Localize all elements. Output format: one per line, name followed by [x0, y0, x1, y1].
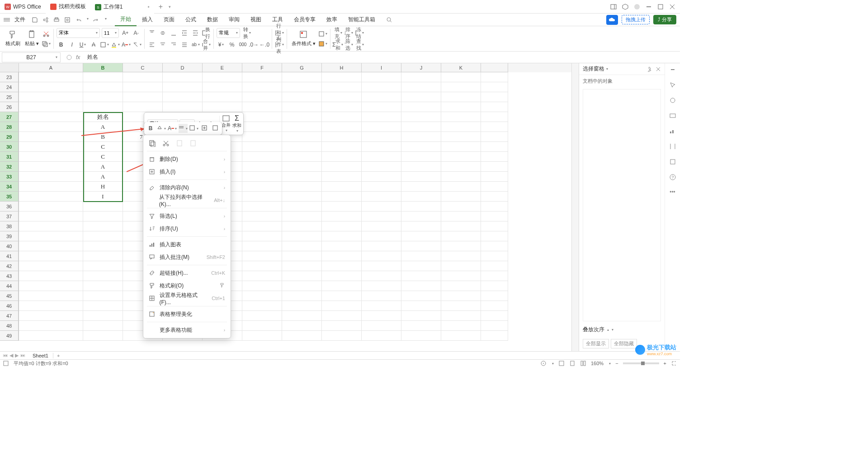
bold-button[interactable]: B: [57, 40, 66, 49]
row-header-24[interactable]: 24: [0, 82, 19, 92]
convert-button[interactable]: 转换▾: [242, 28, 251, 38]
cell-B29[interactable]: B: [83, 132, 123, 142]
row-header-40[interactable]: 40: [0, 241, 19, 251]
cm-copy-icon[interactable]: [149, 140, 156, 147]
cell-K36[interactable]: [441, 202, 481, 212]
dec-inc-button[interactable]: .0→: [249, 40, 258, 49]
cell-E25[interactable]: [203, 92, 242, 102]
font-grow-button[interactable]: A+: [121, 28, 130, 38]
mini-border-button[interactable]: ▾: [189, 124, 198, 133]
cell-C23[interactable]: [123, 72, 163, 82]
cell-H25[interactable]: [322, 92, 362, 102]
cell-A32[interactable]: [19, 162, 83, 172]
cell-G29[interactable]: [282, 132, 322, 142]
wrap-button[interactable]: 换行: [202, 28, 211, 38]
cell-F41[interactable]: [242, 251, 282, 261]
cell-F42[interactable]: [242, 261, 282, 271]
cell-B48[interactable]: [83, 321, 123, 331]
view-page-icon[interactable]: [569, 360, 576, 367]
cell-F49[interactable]: [242, 331, 282, 341]
row-header-23[interactable]: 23: [0, 72, 19, 82]
cell-F26[interactable]: [242, 102, 282, 112]
cell-E26[interactable]: [203, 102, 242, 112]
cut-button[interactable]: [42, 29, 51, 38]
cell-G47[interactable]: [282, 311, 322, 321]
redo-icon[interactable]: [93, 17, 99, 23]
cell-J25[interactable]: [401, 92, 441, 102]
font-shrink-button[interactable]: A-: [132, 28, 141, 38]
settings-tool-icon[interactable]: [669, 143, 676, 150]
font-color-button[interactable]: A▾: [122, 40, 131, 49]
cell-I40[interactable]: [362, 241, 401, 251]
copy-button[interactable]: ▾: [42, 39, 51, 48]
backup-tool-icon[interactable]: [669, 158, 676, 165]
brand-tab[interactable]: W WPS Office: [0, 0, 46, 14]
cell-K31[interactable]: [441, 152, 481, 162]
cell-J30[interactable]: [401, 142, 441, 152]
cell-K29[interactable]: [441, 132, 481, 142]
cell-J47[interactable]: [401, 311, 441, 321]
grid[interactable]: 2324252627姓名28A29B7430C31C32A33A34H35I36…: [0, 72, 571, 341]
cell-A43[interactable]: [19, 271, 83, 281]
cell-K43[interactable]: [441, 271, 481, 281]
cm-more[interactable]: 更多表格功能›: [143, 324, 231, 336]
cell-L44[interactable]: [481, 281, 508, 291]
underline-button[interactable]: U▾: [78, 40, 87, 49]
percent-button[interactable]: %: [227, 40, 236, 49]
orientation-button[interactable]: ab▾: [191, 40, 200, 49]
cell-H41[interactable]: [322, 251, 362, 261]
cell-C25[interactable]: [123, 92, 163, 102]
cell-J24[interactable]: [401, 82, 441, 92]
cell-A28[interactable]: [19, 122, 83, 132]
col-header-E[interactable]: E: [203, 63, 242, 72]
cell-D24[interactable]: [163, 82, 203, 92]
cell-J26[interactable]: [401, 102, 441, 112]
cell-K30[interactable]: [441, 142, 481, 152]
cell-G37[interactable]: [282, 212, 322, 221]
cell-F35[interactable]: [242, 192, 282, 202]
sort-button[interactable]: 排序▾: [344, 28, 353, 38]
cell-H34[interactable]: [322, 182, 362, 192]
cell-B34[interactable]: H: [83, 182, 123, 192]
cell-B37[interactable]: [83, 212, 123, 221]
prev-sheet-button[interactable]: ◀: [9, 352, 13, 358]
col-header-B[interactable]: B: [83, 63, 123, 72]
formula-input[interactable]: 姓名: [84, 53, 680, 61]
cell-L33[interactable]: [481, 172, 508, 182]
template-tab[interactable]: 找稻壳模板: [46, 0, 90, 14]
hamburger-icon[interactable]: [4, 18, 10, 21]
cell-F36[interactable]: [242, 202, 282, 212]
cell-A37[interactable]: [19, 212, 83, 221]
cell-L41[interactable]: [481, 251, 508, 261]
cell-B41[interactable]: [83, 251, 123, 261]
row-header-32[interactable]: 32: [0, 162, 19, 172]
cell-I47[interactable]: [362, 311, 401, 321]
add-tab-button[interactable]: +: [154, 3, 167, 11]
mini-insert-button[interactable]: [200, 124, 209, 133]
cell-B38[interactable]: [83, 221, 123, 231]
cell-F23[interactable]: [242, 72, 282, 82]
show-all-button[interactable]: 全部显示: [583, 339, 609, 348]
italic-button[interactable]: I: [67, 40, 76, 49]
row-header-25[interactable]: 25: [0, 92, 19, 102]
cell-A48[interactable]: [19, 321, 83, 331]
cell-J44[interactable]: [401, 281, 441, 291]
sum-button[interactable]: Σ求和▾: [333, 40, 342, 49]
cell-I35[interactable]: [362, 192, 401, 202]
cell-A40[interactable]: [19, 241, 83, 251]
select-all-corner[interactable]: [0, 63, 19, 72]
row-header-43[interactable]: 43: [0, 271, 19, 281]
cell-G39[interactable]: [282, 231, 322, 241]
cell-J43[interactable]: [401, 271, 441, 281]
cell-J40[interactable]: [401, 241, 441, 251]
cell-J35[interactable]: [401, 192, 441, 202]
cell-A30[interactable]: [19, 142, 83, 152]
cm-delete[interactable]: 删除(D)›: [143, 153, 231, 165]
cell-J42[interactable]: [401, 261, 441, 271]
next-sheet-button[interactable]: ▶: [15, 352, 19, 358]
cell-L43[interactable]: [481, 271, 508, 281]
cell-L23[interactable]: [481, 72, 508, 82]
cell-J27[interactable]: [401, 112, 441, 122]
cell-K39[interactable]: [441, 231, 481, 241]
cell-E23[interactable]: [203, 72, 242, 82]
